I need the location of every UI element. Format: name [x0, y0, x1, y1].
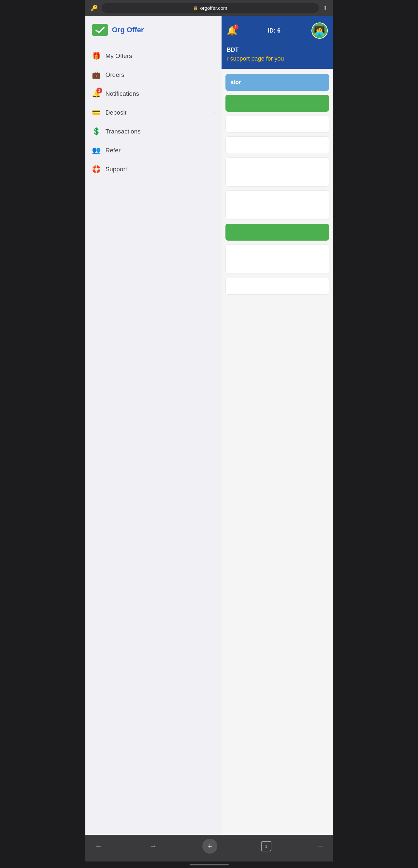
user-avatar[interactable]: 🧑‍💻 — [311, 23, 328, 39]
nav-badge-notifications: 1 — [96, 88, 102, 93]
nav-item-orders[interactable]: 💼Orders — [85, 65, 221, 84]
nav-icon-transactions: 💲 — [92, 127, 100, 136]
back-button[interactable]: ← — [93, 840, 104, 852]
nav-icon-my-offers: 🎁 — [92, 52, 100, 60]
nav-label-orders: Orders — [106, 71, 124, 79]
panel-sub-header: BDT r support page for you — [221, 46, 333, 69]
more-button[interactable]: ··· — [315, 840, 325, 852]
nav-item-notifications[interactable]: 🔔1Notifications — [85, 84, 221, 103]
panel-header: 🔔 1 ID: 6 🧑‍💻 — [221, 16, 333, 46]
nav-icon-deposit: 💳 — [92, 108, 100, 117]
browser-top-bar: 🔑 🔒 orgoffer.com ⬆ — [85, 0, 333, 16]
notification-badge: 1 — [233, 24, 238, 30]
lock-icon: 🔒 — [193, 5, 198, 10]
share-icon[interactable]: ⬆ — [323, 5, 328, 12]
nav-label-refer: Refer — [106, 147, 121, 154]
nav-item-transactions[interactable]: 💲Transactions — [85, 122, 221, 141]
notification-bell-wrap[interactable]: 🔔 1 — [227, 26, 237, 36]
card-white-1 — [226, 116, 329, 132]
nav-arrow-deposit: › — [213, 110, 215, 116]
main-content: Org Offer 🎁My Offers💼Orders🔔1Notificatio… — [85, 16, 333, 835]
card-white-2 — [226, 136, 329, 153]
sidebar-logo: Org Offer — [85, 24, 221, 46]
browser-bottom-nav: ← → + 1 ··· — [85, 835, 333, 862]
nav-label-notifications: Notifications — [106, 90, 140, 97]
tab-count: 1 — [265, 844, 267, 849]
url-text: orgoffer.com — [200, 5, 227, 11]
nav-item-my-offers[interactable]: 🎁My Offers — [85, 46, 221, 65]
nav-label-my-offers: My Offers — [106, 53, 132, 60]
cards-area: ator — [221, 69, 333, 300]
nav-icon-orders: 💼 — [92, 71, 100, 79]
nav-label-support: Support — [106, 166, 127, 173]
home-bar — [85, 862, 333, 868]
nav-icon-refer: 👥 — [92, 146, 100, 155]
nav-item-deposit[interactable]: 💳Deposit› — [85, 103, 221, 122]
key-icon: 🔑 — [91, 5, 98, 12]
nav-list: 🎁My Offers💼Orders🔔1Notifications💳Deposit… — [85, 46, 221, 179]
card-calculator[interactable]: ator — [226, 74, 329, 91]
card-white-6 — [226, 278, 329, 294]
sidebar: Org Offer 🎁My Offers💼Orders🔔1Notificatio… — [85, 16, 221, 835]
nav-item-support[interactable]: 🛟Support — [85, 160, 221, 179]
home-indicator — [189, 864, 229, 865]
logo-text: Org Offer — [112, 26, 144, 34]
nav-label-deposit: Deposit — [106, 109, 126, 116]
card-white-5 — [226, 245, 329, 274]
user-id-label: ID: 6 — [241, 27, 307, 34]
nav-item-refer[interactable]: 👥Refer — [85, 141, 221, 160]
card-white-4 — [226, 190, 329, 220]
forward-button[interactable]: → — [148, 840, 159, 852]
right-panel: 🔔 1 ID: 6 🧑‍💻 BDT r support page for you… — [221, 16, 333, 835]
currency-label: BDT — [227, 46, 328, 53]
card-green-2[interactable] — [226, 224, 329, 241]
support-text: r support page for you — [227, 55, 284, 62]
card-white-3 — [226, 157, 329, 187]
tab-switcher[interactable]: 1 — [261, 841, 271, 851]
logo-icon — [92, 24, 108, 36]
url-bar[interactable]: 🔒 orgoffer.com — [102, 3, 319, 13]
nav-label-transactions: Transactions — [106, 128, 141, 135]
nav-icon-support: 🛟 — [92, 165, 100, 174]
add-tab-button[interactable]: + — [202, 839, 217, 854]
nav-icon-notifications: 🔔1 — [92, 90, 100, 98]
card-green-1[interactable] — [226, 95, 329, 112]
